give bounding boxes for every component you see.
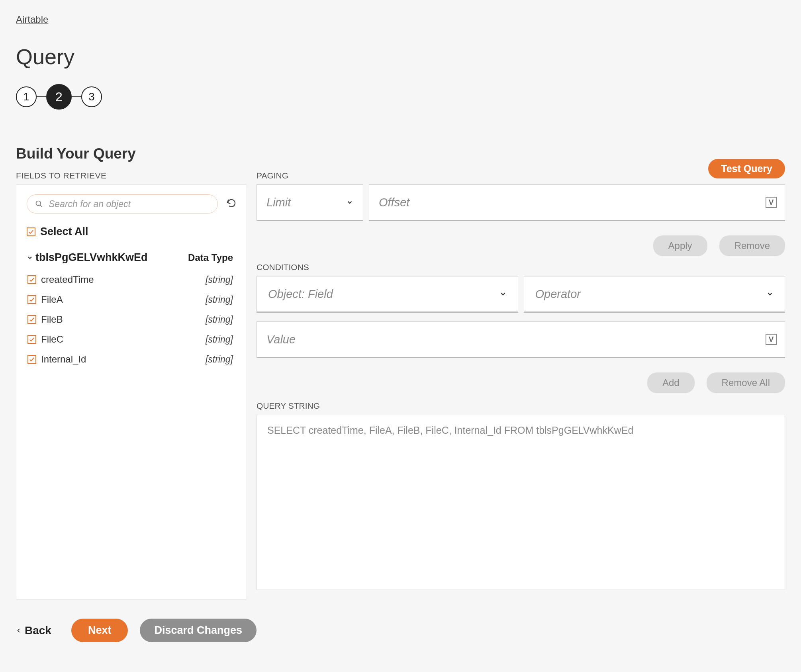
select-all-checkbox[interactable] <box>27 227 35 236</box>
field-checkbox[interactable] <box>27 355 36 364</box>
page-title: Query <box>16 44 785 69</box>
condition-field-placeholder: Object: Field <box>268 288 333 301</box>
search-input-wrap[interactable] <box>27 194 218 214</box>
field-name: createdTime <box>41 274 94 285</box>
field-type: [string] <box>206 294 233 305</box>
field-type: [string] <box>206 354 233 365</box>
field-name: FileA <box>41 294 63 305</box>
fields-panel: Select All tblsPgGELVwhkKwEd Data Type c… <box>16 184 247 600</box>
svg-line-1 <box>40 205 42 207</box>
breadcrumb-link[interactable]: Airtable <box>16 14 48 25</box>
chevron-down-icon <box>499 290 507 298</box>
field-name: Internal_Id <box>41 354 86 365</box>
next-button[interactable]: Next <box>71 619 128 642</box>
condition-field-select[interactable]: Object: Field <box>257 276 518 313</box>
field-name: FileB <box>41 314 63 325</box>
step-line <box>37 96 46 97</box>
variable-icon[interactable]: V <box>766 197 777 208</box>
select-all-label: Select All <box>40 225 88 238</box>
test-query-button[interactable]: Test Query <box>708 159 785 178</box>
field-checkbox[interactable] <box>27 335 36 344</box>
check-icon <box>29 336 35 343</box>
step-2[interactable]: 2 <box>46 84 72 110</box>
step-1[interactable]: 1 <box>16 86 37 107</box>
conditions-label: CONDITIONS <box>257 263 785 272</box>
fields-label: FIELDS TO RETRIEVE <box>16 171 247 180</box>
variable-icon[interactable]: V <box>766 334 777 345</box>
condition-value-input[interactable] <box>266 333 766 346</box>
field-checkbox[interactable] <box>27 295 36 304</box>
refresh-icon <box>227 198 236 208</box>
offset-input[interactable] <box>379 196 766 209</box>
offset-input-wrap[interactable]: V <box>369 184 785 221</box>
field-type: [string] <box>206 314 233 325</box>
field-checkbox[interactable] <box>27 315 36 324</box>
remove-button[interactable]: Remove <box>719 235 785 256</box>
field-name: FileC <box>41 334 63 345</box>
add-button[interactable]: Add <box>647 372 695 393</box>
svg-point-0 <box>36 201 41 206</box>
step-line <box>72 96 81 97</box>
condition-value-wrap[interactable]: V <box>257 321 785 358</box>
check-icon <box>29 296 35 303</box>
chevron-down-icon[interactable] <box>27 255 33 261</box>
chevron-left-icon <box>16 628 22 633</box>
check-icon <box>29 316 35 323</box>
back-button[interactable]: Back <box>16 624 51 637</box>
discard-button[interactable]: Discard Changes <box>140 619 257 642</box>
query-string-label: QUERY STRING <box>257 401 785 411</box>
field-row: FileC [string] <box>27 334 236 345</box>
remove-all-button[interactable]: Remove All <box>707 372 785 393</box>
check-icon <box>28 229 34 235</box>
step-3[interactable]: 3 <box>81 86 102 107</box>
search-input[interactable] <box>49 199 210 210</box>
check-icon <box>29 276 35 283</box>
chevron-down-icon <box>766 290 774 298</box>
search-icon <box>35 200 43 208</box>
field-type: [string] <box>206 334 233 345</box>
data-type-header: Data Type <box>188 252 233 263</box>
field-row: createdTime [string] <box>27 274 236 285</box>
limit-select[interactable]: Limit <box>257 184 363 221</box>
condition-operator-select[interactable]: Operator <box>524 276 785 313</box>
check-icon <box>29 356 35 362</box>
apply-button[interactable]: Apply <box>653 235 707 256</box>
stepper: 1 2 3 <box>16 84 785 110</box>
table-name: tblsPgGELVwhkKwEd <box>35 251 148 264</box>
chevron-down-icon <box>346 199 353 206</box>
field-row: FileB [string] <box>27 314 236 325</box>
section-title: Build Your Query <box>16 145 785 162</box>
query-string-textarea[interactable] <box>257 415 785 590</box>
field-row: Internal_Id [string] <box>27 354 236 365</box>
back-label: Back <box>25 624 51 637</box>
field-row: FileA [string] <box>27 294 236 305</box>
limit-placeholder: Limit <box>266 196 291 209</box>
field-checkbox[interactable] <box>27 275 36 284</box>
refresh-button[interactable] <box>227 198 236 210</box>
paging-label: PAGING <box>257 171 785 180</box>
field-type: [string] <box>206 274 233 285</box>
condition-operator-placeholder: Operator <box>535 288 581 301</box>
